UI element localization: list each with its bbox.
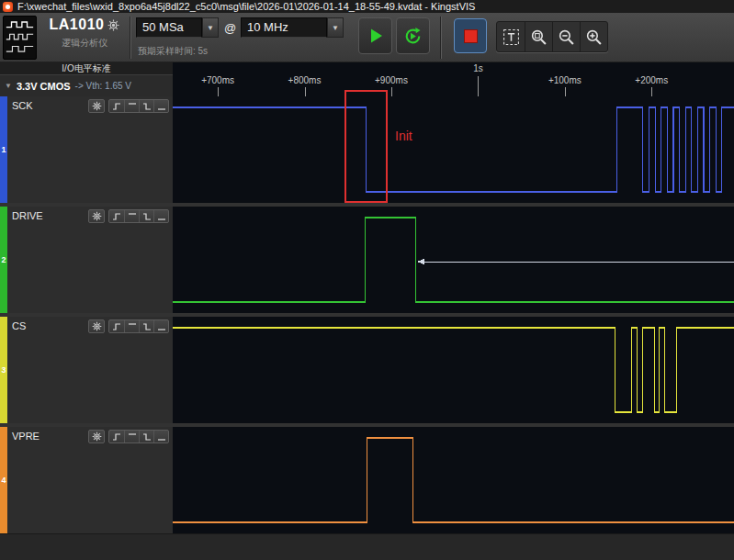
ruler-tick-mark [565, 87, 566, 96]
trigger-edge-group [108, 99, 169, 113]
sample-rate-dropdown-button[interactable]: ▼ [327, 17, 344, 38]
low-level-trigger-button[interactable] [153, 210, 168, 222]
falling-edge-trigger-button[interactable] [139, 100, 153, 112]
trigger-edge-group [108, 430, 169, 443]
sample-depth-dropdown-button[interactable]: ▼ [202, 17, 219, 38]
zoom-out-button[interactable] [552, 22, 580, 51]
ruler-tick-mark [305, 87, 306, 96]
channel-color-strip: 3 [0, 317, 7, 423]
channel-settings-button[interactable] [88, 99, 105, 113]
start-capture-button[interactable] [358, 17, 392, 54]
gear-icon [92, 101, 102, 111]
high-level-trigger-button[interactable] [124, 431, 139, 442]
ruler-tick-mark [218, 87, 219, 96]
sample-depth-value: 50 MSa [142, 20, 184, 34]
ruler-tick-label: +900ms [364, 75, 419, 85]
rising-edge-trigger-button[interactable] [109, 320, 124, 332]
zoom-in-button[interactable] [580, 22, 607, 51]
trigger-edge-group [108, 319, 169, 333]
waveform-viewport[interactable]: +700ms+800ms+900ms1s+100ms+200ms Init [173, 62, 734, 533]
high-level-trigger-button[interactable] [124, 210, 139, 222]
view-tools-group [496, 21, 608, 52]
falling-edge-trigger-button[interactable] [139, 320, 153, 332]
waveform-sck[interactable] [173, 96, 734, 203]
kingstvis-window: F:\xwechat_files\wxid_8xpo6a45j8dl22_c5c… [0, 0, 734, 560]
falling-edge-trigger-button[interactable] [139, 210, 153, 222]
channel-name-label[interactable]: DRIVE [12, 210, 43, 221]
row-separator [0, 203, 734, 207]
device-logo-icon [3, 16, 37, 60]
low-level-trigger-button[interactable] [153, 431, 168, 442]
titlebar: F:\xwechat_files\wxid_8xpo6a45j8dl22_c5c… [0, 0, 734, 13]
channel-color-strip: 1 [0, 96, 7, 203]
sample-rate-value: 10 MHz [247, 20, 288, 34]
stop-capture-button[interactable] [454, 18, 487, 53]
io-vth-value: -> Vth: 1.65 V [75, 81, 131, 91]
channel-number: 3 [1, 365, 6, 375]
expected-sample-time-label: 预期采样时间: 5s [138, 45, 208, 58]
channel-number: 2 [1, 255, 6, 264]
repeat-capture-button[interactable] [396, 17, 430, 54]
waveform-vpre[interactable] [173, 427, 734, 533]
gear-icon [92, 211, 102, 221]
channel-color-strip: 2 [0, 207, 7, 313]
channel-settings-button[interactable] [88, 430, 105, 443]
device-type-label: 逻辑分析仪 [40, 37, 129, 50]
low-level-trigger-button[interactable] [153, 100, 168, 112]
zoom-in-icon [585, 28, 603, 46]
channel-name-label[interactable]: CS [12, 320, 26, 331]
expander-icon[interactable]: ▼ [5, 82, 12, 90]
low-level-trigger-button[interactable] [153, 320, 168, 332]
rising-edge-trigger-button[interactable] [109, 210, 124, 222]
waveform-drive[interactable] [173, 207, 734, 313]
ruler-tick-label: +100ms [537, 75, 593, 85]
time-ruler[interactable]: +700ms+800ms+900ms1s+100ms+200ms [173, 62, 734, 96]
init-marker-label: Init [395, 129, 412, 143]
io-standard-value: 3.3V CMOS [17, 81, 71, 92]
channel-name-label[interactable]: SCK [12, 100, 33, 111]
ruler-tick-mark [478, 76, 479, 96]
channel-panel-cs: 3 CS [0, 317, 173, 423]
window-title: F:\xwechat_files\wxid_8xpo6a45j8dl22_c5c… [17, 1, 475, 12]
ruler-tick-mark [391, 87, 392, 96]
stop-icon [464, 29, 478, 43]
select-tool-button[interactable] [497, 22, 525, 51]
channel-number: 1 [1, 145, 6, 154]
channel-settings-button[interactable] [88, 209, 105, 223]
ruler-tick-label: +700ms [190, 75, 245, 85]
channel-panel-vpre: 4 VPRE [0, 427, 173, 533]
device-settings-icon[interactable] [107, 19, 119, 31]
device-selector[interactable]: LA1010 逻辑分析仪 [40, 17, 129, 59]
rising-edge-trigger-button[interactable] [109, 431, 124, 442]
row-separator [0, 423, 734, 427]
falling-edge-trigger-button[interactable] [139, 431, 153, 442]
ruler-tick-label: +200ms [624, 75, 679, 85]
waveform-cs[interactable] [173, 317, 734, 423]
channel-number: 4 [1, 476, 6, 485]
selection-tool-icon [503, 28, 520, 46]
row-separator [0, 313, 734, 317]
sample-rate-select[interactable]: 10 MHz [241, 17, 327, 38]
high-level-trigger-button[interactable] [124, 100, 139, 112]
channel-name-label[interactable]: VPRE [12, 431, 40, 442]
sample-depth-select[interactable]: 50 MSa [136, 17, 202, 38]
app-icon [3, 2, 13, 12]
channel-panel-sck: 1 SCK [0, 96, 173, 203]
toolbar: LA1010 逻辑分析仪 50 MSa ▼ @ 10 MHz ▼ 预期采样时间:… [0, 13, 734, 62]
ruler-tick-mark [651, 87, 652, 96]
zoom-region-icon [530, 28, 548, 46]
zoom-selection-button[interactable] [525, 22, 552, 51]
channel-settings-button[interactable] [88, 319, 105, 333]
channel-panel-drive: 2 DRIVE [0, 207, 173, 313]
io-level-row[interactable]: ▼ 3.3V CMOS -> Vth: 1.65 V [0, 75, 173, 96]
high-level-trigger-button[interactable] [124, 320, 139, 332]
toolbar-separator [130, 17, 131, 59]
play-icon [367, 27, 385, 45]
toolbar-separator [440, 17, 442, 59]
ruler-tick-label: 1s [450, 63, 505, 73]
rising-edge-trigger-button[interactable] [109, 100, 124, 112]
gear-icon [92, 431, 102, 442]
device-name: LA1010 [50, 17, 105, 33]
io-standard-header: I/O电平标准 [0, 62, 173, 75]
measure-arrow-head-icon [417, 259, 424, 265]
